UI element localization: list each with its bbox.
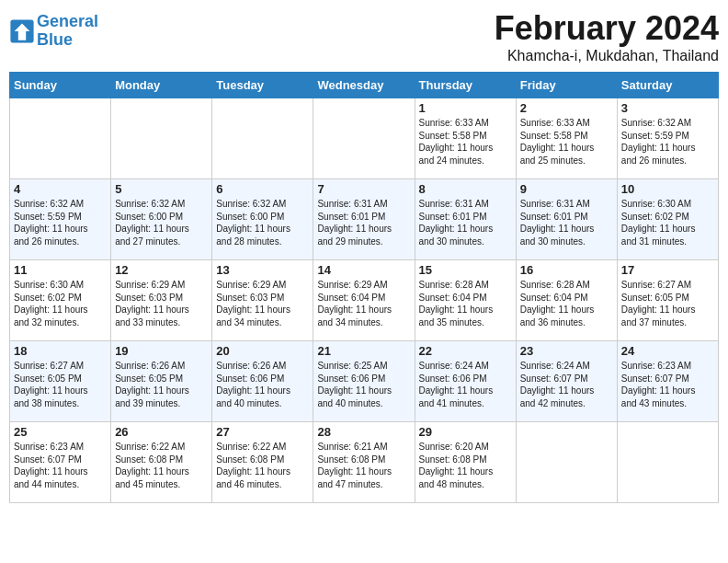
calendar-cell: 4Sunrise: 6:32 AM Sunset: 5:59 PM Daylig… — [10, 179, 111, 260]
week-row-2: 4Sunrise: 6:32 AM Sunset: 5:59 PM Daylig… — [10, 179, 719, 260]
day-info: Sunrise: 6:27 AM Sunset: 6:05 PM Dayligh… — [621, 279, 714, 328]
day-info: Sunrise: 6:29 AM Sunset: 6:03 PM Dayligh… — [115, 279, 208, 328]
day-number: 26 — [115, 425, 208, 439]
day-info: Sunrise: 6:27 AM Sunset: 6:05 PM Dayligh… — [14, 360, 107, 409]
day-number: 14 — [317, 263, 410, 277]
weekday-monday: Monday — [111, 73, 212, 98]
day-info: Sunrise: 6:22 AM Sunset: 6:08 PM Dayligh… — [115, 441, 208, 490]
day-number: 25 — [14, 425, 107, 439]
weekday-header-row: SundayMondayTuesdayWednesdayThursdayFrid… — [10, 73, 719, 98]
day-info: Sunrise: 6:31 AM Sunset: 6:01 PM Dayligh… — [317, 198, 410, 247]
month-title: February 2024 — [495, 9, 719, 48]
calendar-cell — [10, 98, 111, 179]
day-number: 3 — [621, 101, 714, 115]
calendar-cell: 29Sunrise: 6:20 AM Sunset: 6:08 PM Dayli… — [415, 422, 516, 503]
calendar-cell: 24Sunrise: 6:23 AM Sunset: 6:07 PM Dayli… — [617, 341, 718, 422]
day-number: 12 — [115, 263, 208, 277]
weekday-friday: Friday — [516, 73, 617, 98]
calendar-cell: 11Sunrise: 6:30 AM Sunset: 6:02 PM Dayli… — [10, 260, 111, 341]
day-info: Sunrise: 6:30 AM Sunset: 6:02 PM Dayligh… — [621, 198, 714, 247]
calendar-cell: 19Sunrise: 6:26 AM Sunset: 6:05 PM Dayli… — [111, 341, 212, 422]
day-number: 23 — [520, 344, 613, 358]
day-info: Sunrise: 6:23 AM Sunset: 6:07 PM Dayligh… — [14, 441, 107, 490]
day-number: 22 — [419, 344, 512, 358]
day-number: 19 — [115, 344, 208, 358]
day-info: Sunrise: 6:28 AM Sunset: 6:04 PM Dayligh… — [520, 279, 613, 328]
day-info: Sunrise: 6:25 AM Sunset: 6:06 PM Dayligh… — [317, 360, 410, 409]
calendar-cell — [313, 98, 415, 179]
calendar-cell: 16Sunrise: 6:28 AM Sunset: 6:04 PM Dayli… — [516, 260, 617, 341]
day-info: Sunrise: 6:33 AM Sunset: 5:58 PM Dayligh… — [520, 117, 613, 167]
day-number: 11 — [14, 263, 107, 277]
day-number: 24 — [621, 344, 714, 358]
title-block: February 2024 Khamcha-i, Mukdahan, Thail… — [495, 9, 719, 64]
calendar-cell: 15Sunrise: 6:28 AM Sunset: 6:04 PM Dayli… — [415, 260, 516, 341]
day-info: Sunrise: 6:24 AM Sunset: 6:06 PM Dayligh… — [419, 360, 512, 409]
day-info: Sunrise: 6:32 AM Sunset: 5:59 PM Dayligh… — [621, 117, 714, 167]
day-info: Sunrise: 6:26 AM Sunset: 6:05 PM Dayligh… — [115, 360, 208, 409]
weekday-sunday: Sunday — [10, 73, 111, 98]
weekday-saturday: Saturday — [617, 73, 718, 98]
calendar-table: SundayMondayTuesdayWednesdayThursdayFrid… — [9, 72, 719, 503]
calendar-cell: 23Sunrise: 6:24 AM Sunset: 6:07 PM Dayli… — [516, 341, 617, 422]
day-number: 8 — [419, 182, 512, 196]
calendar-cell: 14Sunrise: 6:29 AM Sunset: 6:04 PM Dayli… — [313, 260, 415, 341]
day-info: Sunrise: 6:21 AM Sunset: 6:08 PM Dayligh… — [317, 441, 410, 490]
week-row-5: 25Sunrise: 6:23 AM Sunset: 6:07 PM Dayli… — [10, 422, 719, 503]
day-number: 27 — [216, 425, 309, 439]
calendar-cell: 12Sunrise: 6:29 AM Sunset: 6:03 PM Dayli… — [111, 260, 212, 341]
calendar-cell: 13Sunrise: 6:29 AM Sunset: 6:03 PM Dayli… — [212, 260, 313, 341]
calendar-cell — [111, 98, 212, 179]
calendar-cell: 22Sunrise: 6:24 AM Sunset: 6:06 PM Dayli… — [415, 341, 516, 422]
calendar-cell: 26Sunrise: 6:22 AM Sunset: 6:08 PM Dayli… — [111, 422, 212, 503]
day-number: 16 — [520, 263, 613, 277]
weekday-tuesday: Tuesday — [212, 73, 313, 98]
day-info: Sunrise: 6:20 AM Sunset: 6:08 PM Dayligh… — [419, 441, 512, 490]
day-number: 17 — [621, 263, 714, 277]
day-number: 6 — [216, 182, 309, 196]
day-number: 10 — [621, 182, 714, 196]
weekday-wednesday: Wednesday — [313, 73, 415, 98]
day-number: 28 — [317, 425, 410, 439]
day-info: Sunrise: 6:32 AM Sunset: 6:00 PM Dayligh… — [216, 198, 309, 247]
calendar-cell: 27Sunrise: 6:22 AM Sunset: 6:08 PM Dayli… — [212, 422, 313, 503]
week-row-4: 18Sunrise: 6:27 AM Sunset: 6:05 PM Dayli… — [10, 341, 719, 422]
day-number: 2 — [520, 101, 613, 115]
logo-text: General Blue — [37, 13, 98, 50]
day-number: 7 — [317, 182, 410, 196]
week-row-3: 11Sunrise: 6:30 AM Sunset: 6:02 PM Dayli… — [10, 260, 719, 341]
location-title: Khamcha-i, Mukdahan, Thailand — [495, 48, 719, 64]
calendar-cell: 7Sunrise: 6:31 AM Sunset: 6:01 PM Daylig… — [313, 179, 415, 260]
day-number: 9 — [520, 182, 613, 196]
calendar-cell: 9Sunrise: 6:31 AM Sunset: 6:01 PM Daylig… — [516, 179, 617, 260]
logo-icon — [9, 18, 35, 44]
day-info: Sunrise: 6:29 AM Sunset: 6:03 PM Dayligh… — [216, 279, 309, 328]
day-info: Sunrise: 6:22 AM Sunset: 6:08 PM Dayligh… — [216, 441, 309, 490]
calendar-cell: 18Sunrise: 6:27 AM Sunset: 6:05 PM Dayli… — [10, 341, 111, 422]
day-info: Sunrise: 6:32 AM Sunset: 6:00 PM Dayligh… — [115, 198, 208, 247]
day-info: Sunrise: 6:24 AM Sunset: 6:07 PM Dayligh… — [520, 360, 613, 409]
day-info: Sunrise: 6:30 AM Sunset: 6:02 PM Dayligh… — [14, 279, 107, 328]
page-header: General Blue February 2024 Khamcha-i, Mu… — [9, 9, 719, 64]
calendar-cell: 20Sunrise: 6:26 AM Sunset: 6:06 PM Dayli… — [212, 341, 313, 422]
day-info: Sunrise: 6:31 AM Sunset: 6:01 PM Dayligh… — [520, 198, 613, 247]
day-number: 29 — [419, 425, 512, 439]
day-info: Sunrise: 6:29 AM Sunset: 6:04 PM Dayligh… — [317, 279, 410, 328]
calendar-cell — [516, 422, 617, 503]
calendar-cell — [212, 98, 313, 179]
day-number: 5 — [115, 182, 208, 196]
day-number: 18 — [14, 344, 107, 358]
day-number: 21 — [317, 344, 410, 358]
logo: General Blue — [9, 13, 98, 50]
week-row-1: 1Sunrise: 6:33 AM Sunset: 5:58 PM Daylig… — [10, 98, 719, 179]
calendar-cell — [617, 422, 718, 503]
day-number: 1 — [419, 101, 512, 115]
day-info: Sunrise: 6:31 AM Sunset: 6:01 PM Dayligh… — [419, 198, 512, 247]
calendar-cell: 1Sunrise: 6:33 AM Sunset: 5:58 PM Daylig… — [415, 98, 516, 179]
day-info: Sunrise: 6:23 AM Sunset: 6:07 PM Dayligh… — [621, 360, 714, 409]
day-info: Sunrise: 6:33 AM Sunset: 5:58 PM Dayligh… — [419, 117, 512, 167]
calendar-cell: 3Sunrise: 6:32 AM Sunset: 5:59 PM Daylig… — [617, 98, 718, 179]
calendar-cell: 28Sunrise: 6:21 AM Sunset: 6:08 PM Dayli… — [313, 422, 415, 503]
calendar-cell: 6Sunrise: 6:32 AM Sunset: 6:00 PM Daylig… — [212, 179, 313, 260]
day-number: 15 — [419, 263, 512, 277]
